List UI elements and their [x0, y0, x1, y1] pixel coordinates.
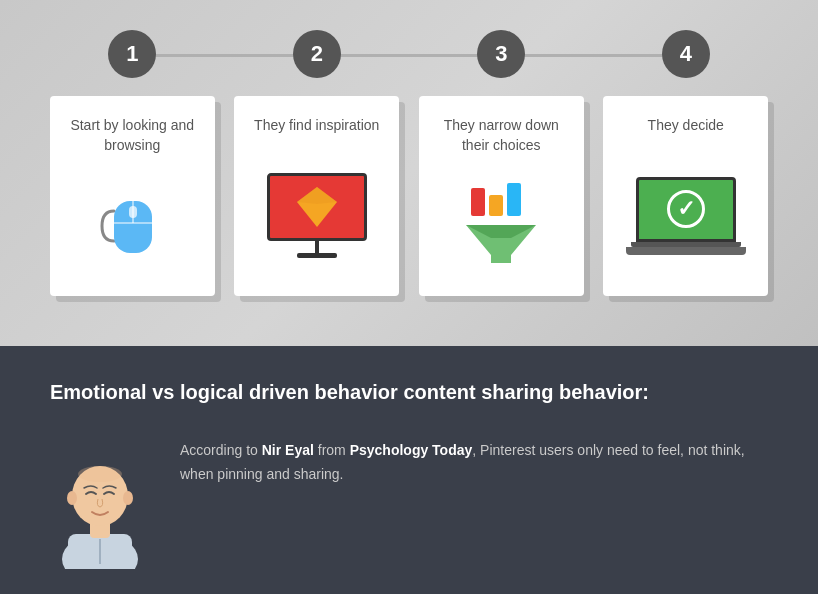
- step-3-number: 3: [477, 30, 525, 78]
- step-4-number: 4: [662, 30, 710, 78]
- step-4: 4 They decide ✓: [594, 30, 779, 296]
- monitor-icon: [267, 173, 367, 258]
- laptop-screen: ✓: [636, 177, 736, 242]
- svg-point-18: [78, 466, 122, 482]
- step-4-card: They decide ✓: [603, 96, 768, 296]
- check-mark: ✓: [677, 198, 695, 220]
- svg-rect-6: [471, 188, 485, 216]
- author-name: Nir Eyal: [262, 442, 314, 458]
- step-1-icon-area: [65, 175, 200, 276]
- svg-rect-8: [507, 183, 521, 216]
- svg-marker-5: [297, 187, 337, 204]
- laptop-icon: ✓: [626, 177, 746, 255]
- bottom-section: Emotional vs logical driven behavior con…: [0, 346, 818, 594]
- step-1-number: 1: [108, 30, 156, 78]
- mouse-icon: [92, 191, 172, 261]
- avatar: [50, 434, 150, 564]
- step-1: 1 Start by looking and browsing: [40, 30, 225, 296]
- step-2-card: They find inspiration: [234, 96, 399, 296]
- svg-point-17: [123, 491, 133, 505]
- quote-text: According to Nir Eyal from Psychology To…: [180, 434, 768, 487]
- funnel-icon: [456, 183, 546, 268]
- step-3-icon-area: [434, 175, 569, 276]
- step-2-icon-area: [249, 156, 384, 276]
- svg-point-16: [67, 491, 77, 505]
- bottom-title: Emotional vs logical driven behavior con…: [50, 381, 768, 404]
- top-section: 1 Start by looking and browsing: [0, 0, 818, 346]
- step-1-card: Start by looking and browsing: [50, 96, 215, 296]
- publication-name: Psychology Today: [350, 442, 473, 458]
- step-4-icon-area: ✓: [618, 156, 753, 276]
- step-2-number: 2: [293, 30, 341, 78]
- step-2-title: They find inspiration: [254, 116, 379, 136]
- laptop-base: [626, 247, 746, 255]
- step-3: 3 They narrow down their choices: [409, 30, 594, 296]
- avatar-svg: [50, 434, 150, 569]
- monitor-screen: [267, 173, 367, 241]
- quote-start: According to: [180, 442, 262, 458]
- svg-rect-3: [129, 206, 137, 218]
- step-2: 2 They find inspiration: [225, 30, 410, 296]
- monitor-base: [297, 253, 337, 258]
- from-text: from: [314, 442, 350, 458]
- step-3-title: They narrow down their choices: [434, 116, 569, 155]
- steps-container: 1 Start by looking and browsing: [40, 30, 778, 296]
- step-1-title: Start by looking and browsing: [65, 116, 200, 155]
- step-3-card: They narrow down their choices: [419, 96, 584, 296]
- svg-rect-7: [489, 195, 503, 216]
- check-circle: ✓: [667, 190, 705, 228]
- step-4-title: They decide: [648, 116, 724, 136]
- monitor-stand: [315, 241, 319, 253]
- bottom-content: According to Nir Eyal from Psychology To…: [50, 434, 768, 564]
